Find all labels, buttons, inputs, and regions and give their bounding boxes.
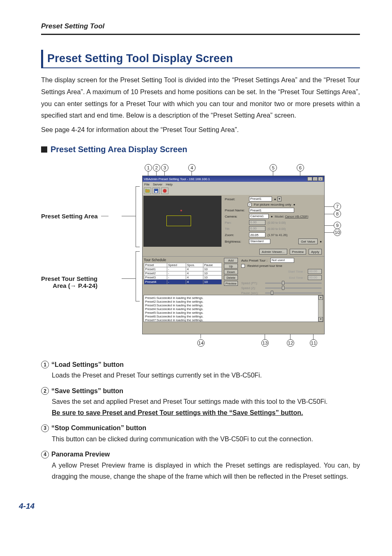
load-settings-button[interactable] <box>144 188 151 194</box>
pan-input: 0.00 <box>249 220 265 225</box>
panorama-preview[interactable] <box>143 196 221 247</box>
zoom-input[interactable] <box>249 232 265 237</box>
delete-button[interactable]: Delete <box>224 275 238 280</box>
admin-viewer-button[interactable]: Admin Viewer... <box>259 249 287 255</box>
scroll-up-icon[interactable]: ▴ <box>318 295 323 300</box>
speed-pt-label: Speed (PT): <box>241 281 263 285</box>
desc-body-1: Loads the Preset and Preset Tour setting… <box>52 370 360 381</box>
scroll-down-icon[interactable]: ▾ <box>318 317 323 322</box>
running-head: Preset Setting Tool <box>41 22 360 30</box>
table-row[interactable]: Preset2-410 <box>144 271 222 276</box>
speed-z-label: Speed (Z): <box>241 286 263 290</box>
start-time-input: 00:00 <box>308 269 322 274</box>
window-title: VBAdmin Preset Setting Tool - 192.168.10… <box>144 177 210 181</box>
stop-communication-button[interactable] <box>161 188 168 194</box>
start-time-label: Start Time : <box>241 270 307 273</box>
save-settings-button[interactable] <box>152 188 160 194</box>
apply-button[interactable]: Apply <box>309 249 322 255</box>
col-spos: Spos. <box>186 263 203 267</box>
pan-range: (0.00 to 0.00) <box>267 221 286 225</box>
section-title: Preset Setting Tool Display Screen <box>47 52 360 65</box>
menu-help[interactable]: Help <box>166 183 172 186</box>
preset-tool-window: VBAdmin Preset Setting Tool - 192.168.10… <box>142 176 325 334</box>
marker-13: 13 <box>261 339 269 347</box>
col-pause: Pause <box>203 263 221 267</box>
table-row[interactable]: Preset4-410 <box>144 280 222 285</box>
preview-button[interactable]: Preview <box>290 249 306 255</box>
status-log: Preset1:Succeeded in loading the setting… <box>143 295 323 322</box>
svg-point-2 <box>163 189 167 193</box>
desc-num-3: 3 <box>41 424 49 432</box>
tilt-label: Tilt: <box>225 227 248 231</box>
model-value: Canon VB-C50Fi <box>285 215 308 218</box>
table-row[interactable]: Preset3-410 <box>144 276 222 280</box>
presetname-input[interactable] <box>249 208 294 213</box>
tilt-input: 0.00 <box>249 226 265 231</box>
table-row[interactable]: Preset1-410 <box>144 267 222 271</box>
marker-2: 2 <box>153 164 160 171</box>
add-button[interactable]: Add <box>224 258 238 263</box>
preset-marker-icon <box>180 210 182 211</box>
log-line: Preset2:Succeeded in loading the setting… <box>145 300 322 303</box>
log-line: Preset3:Succeeded in loading the setting… <box>145 303 322 307</box>
brightness-label: Brightness: <box>225 240 248 243</box>
desc-title-4: Panorama Preview <box>51 451 110 458</box>
subsection-title: Preset Setting Area Display Screen <box>51 145 187 154</box>
zoom-range: (1.97 to 41.26) <box>267 233 288 237</box>
restrict-checkbox[interactable] <box>241 264 245 268</box>
toolbar <box>143 187 324 195</box>
callout-tour-area-line1: Preset Tour Setting <box>41 275 97 282</box>
tour-table[interactable]: Preset Speed Spos. Pause Preset1-410 Pre… <box>144 263 222 285</box>
marker-9: 9 <box>334 222 341 229</box>
desc-body-2: Saves the set and applied Preset and Pre… <box>52 396 360 419</box>
pause-slider[interactable] <box>265 292 322 294</box>
model-label: Model: <box>275 215 284 218</box>
log-line: Preset4:Succeeded in loading the setting… <box>145 307 322 311</box>
header-rule <box>41 34 360 35</box>
auto-tour-select[interactable]: Not used <box>270 258 294 263</box>
marker-4: 4 <box>188 164 196 171</box>
preset-label: Preset: <box>225 197 248 201</box>
log-line: Preset5:Succeeded in loading the setting… <box>145 311 322 315</box>
callout-tour-area-line2: Area (→ P.4-24) <box>53 282 97 289</box>
menu-file[interactable]: File <box>144 183 150 186</box>
dropdown-icon[interactable]: ▾ <box>277 197 281 202</box>
preset-select[interactable]: Preset1 <box>249 197 272 202</box>
brightness-select[interactable]: Standard <box>249 239 270 244</box>
presetname-label: Preset Name: <box>225 208 248 212</box>
close-button[interactable]: × <box>318 177 323 181</box>
desc-underline-2: Be sure to save Preset and Preset Tour s… <box>52 409 303 416</box>
marker-3: 3 <box>161 164 168 171</box>
preset-fields: Preset:Preset1●▾ ✓For picture recording … <box>222 195 324 248</box>
maximize-button[interactable]: □ <box>313 177 318 181</box>
speed-pt-slider[interactable] <box>265 283 322 284</box>
speed-z-slider[interactable] <box>265 287 322 289</box>
up-button[interactable]: Up <box>224 264 238 269</box>
record-checkbox[interactable]: ✓ <box>248 203 251 206</box>
marker-14: 14 <box>197 339 205 347</box>
page-number: 4-14 <box>19 502 360 511</box>
desc-body-4: A yellow Preset Preview frame is display… <box>52 460 360 482</box>
svg-rect-1 <box>155 191 157 192</box>
camera-select[interactable]: Camera1 <box>249 214 269 219</box>
auto-tour-label: Auto Preset Tour : <box>241 259 267 262</box>
desc-body-3: This button can be clicked during commun… <box>52 434 360 445</box>
bracket-tour-area <box>136 251 140 301</box>
description-list: 1“Load Settings” button Loads the Preset… <box>41 361 360 482</box>
down-button[interactable]: Down <box>224 269 238 274</box>
preset-frame[interactable] <box>166 215 191 226</box>
get-value-button[interactable]: Get Value <box>298 239 318 244</box>
minimize-button[interactable]: _ <box>307 177 312 181</box>
menu-server[interactable]: Server <box>153 183 163 186</box>
figure: 1 2 3 4 5 6 7 8 9 10 14 13 12 11 Pr <box>41 162 360 351</box>
zoom-label: Zoom: <box>225 233 248 237</box>
tour-preview-button[interactable]: Preview <box>224 281 238 286</box>
desc-title-3: “Stop Communication” button <box>51 424 146 432</box>
scrollbar[interactable]: ▴ ▾ <box>318 295 323 322</box>
marker-11: 11 <box>310 339 317 347</box>
pause-sec-label: Pause (sec): <box>241 291 263 295</box>
desc-num-1: 1 <box>41 361 49 368</box>
marker-5: 5 <box>270 164 277 171</box>
desc-title-2: “Save Settings” button <box>51 387 123 395</box>
tilt-range: (0.00 to 0.00) <box>267 227 286 231</box>
